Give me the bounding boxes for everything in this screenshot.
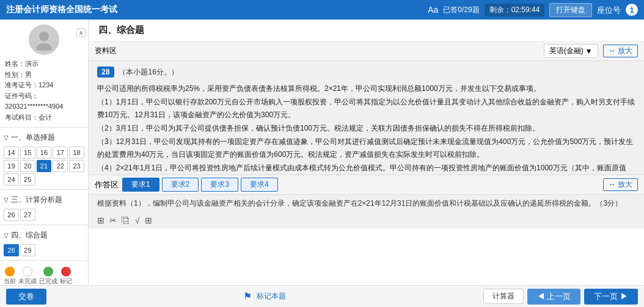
app-title: 注册会计师资格全国统一考试 — [6, 4, 117, 15]
q-btn-15[interactable]: 15 — [20, 146, 35, 159]
q-btn-21[interactable]: 21 — [37, 160, 52, 172]
avatar-area: ∧ — [0, 20, 88, 57]
seat-label: 座位号 1 — [597, 4, 638, 16]
q-btn-29[interactable]: 29 — [20, 244, 35, 256]
toolbar-grid-icon[interactable]: ⊞ — [145, 215, 152, 225]
mark-flag-icon: ⚑ — [243, 291, 252, 302]
toolbar-sqrt-icon[interactable]: √ — [135, 215, 140, 225]
q-btn-18[interactable]: 18 — [69, 146, 84, 159]
sidebar: ∧ 姓名：演示 性别：男 准考证号：1234 证件号码：320321******… — [0, 20, 89, 285]
top-bar: 注册会计师资格全国统一考试 Aa 已答0/29题 剩余：02:59:44 打开键… — [0, 0, 644, 20]
main-layout: ∧ 姓名：演示 性别：男 准考证号：1234 证件号码：320321******… — [0, 20, 644, 285]
calc-btn[interactable]: 计算器 — [483, 289, 524, 304]
mark-btn[interactable]: 标记本题 — [257, 291, 286, 302]
status-marked: 标记 — [60, 267, 72, 285]
chevron-down-icon: ▼ — [585, 47, 593, 56]
material-panel: 资料区 英语(金融) ▼ ↔ 放大 28 （本小题16分。） 甲公司适用的所得税… — [89, 42, 644, 175]
question-number-badge: 28 — [97, 67, 114, 78]
tab-req4[interactable]: 要求4 — [241, 178, 278, 192]
answer-label: 作答区 — [95, 179, 119, 190]
material-text: 甲公司适用的所得税税率为25%，采用资产负债表债务法核算所得税。2×21年，甲公… — [97, 82, 635, 175]
svg-point-0 — [39, 32, 49, 42]
q-btn-23[interactable]: 23 — [69, 160, 84, 172]
section-title: 四、综合题 — [89, 20, 644, 42]
answer-expand-btn[interactable]: ↔ 放大 — [603, 178, 638, 191]
single-choice-grid: 14 15 16 17 18 19 20 21 22 23 24 25 — [0, 145, 88, 187]
svg-point-1 — [36, 43, 51, 51]
bottom-right: 计算器 ◀ 上一页 下一页 ▶ — [483, 289, 638, 305]
tab-req2[interactable]: 要求2 — [162, 178, 199, 192]
tab-req1[interactable]: 要求1 — [122, 178, 159, 192]
section-arrow-comp: ▽ — [4, 232, 9, 239]
keyboard-btn[interactable]: 打开键盘 — [549, 3, 592, 17]
font-size-icon[interactable]: Aa — [428, 5, 438, 15]
answer-toolbar: ⊞ ✂ ⿻ √ ⊞ — [89, 213, 644, 228]
material-label: 资料区 — [95, 46, 117, 56]
q-btn-20[interactable]: 20 — [20, 160, 35, 172]
language-selector[interactable]: 英语(金融) ▼ — [544, 44, 598, 58]
answer-header: 作答区 要求1 要求2 要求3 要求4 ↔ 放大 — [89, 175, 644, 195]
q-btn-26[interactable]: 26 — [4, 209, 19, 221]
content-area: 四、综合题 资料区 英语(金融) ▼ ↔ 放大 28 （本小题16分。） 甲公司 — [89, 20, 644, 285]
progress-text: 已答0/29题 — [443, 5, 479, 15]
bottom-left: 交卷 — [6, 289, 46, 305]
q-btn-16[interactable]: 16 — [37, 146, 52, 159]
material-area: 28 （本小题16分。） 甲公司适用的所得税税率为25%，采用资产负债表债务法核… — [89, 61, 644, 175]
material-header: 资料区 英语(金融) ▼ ↔ 放大 — [89, 42, 644, 61]
next-btn[interactable]: 下一页 ▶ — [584, 289, 638, 305]
answer-req-text: 根据资料（1），编制甲公司与该金融资产相关的会计分录，确定该项金融资产在2×21… — [89, 195, 644, 213]
status-incomplete: 未完成 — [18, 267, 37, 285]
toolbar-table-icon[interactable]: ⊞ — [97, 215, 104, 225]
q-btn-25[interactable]: 25 — [20, 173, 35, 186]
material-expand-btn[interactable]: ↔ 放大 — [603, 45, 638, 57]
avatar — [29, 24, 59, 55]
timer-display: 剩余：02:59:44 — [485, 4, 545, 16]
section-arrow: ▽ — [4, 134, 9, 141]
answer-panel: 作答区 要求1 要求2 要求3 要求4 ↔ 放大 根据资料（1），编制甲公司与该… — [89, 175, 644, 285]
status-current: 当前 — [4, 267, 16, 285]
arrow-right-icon: ▶ — [618, 292, 628, 301]
calc-grid: 26 27 — [0, 208, 88, 222]
q-btn-14[interactable]: 14 — [4, 146, 19, 159]
q-btn-28[interactable]: 28 — [4, 244, 19, 256]
q-btn-27[interactable]: 27 — [20, 209, 35, 221]
section-arrow-calc: ▽ — [4, 197, 9, 203]
q-btn-17[interactable]: 17 — [53, 146, 68, 159]
sidebar-collapse-btn[interactable]: ∧ — [76, 28, 86, 37]
submit-btn[interactable]: 交卷 — [6, 289, 46, 305]
bottom-bar: 交卷 ⚑ 标记本题 计算器 ◀ 上一页 下一页 ▶ — [0, 285, 644, 307]
arrow-left-icon: ◀ — [537, 292, 547, 301]
q-btn-24[interactable]: 24 — [4, 173, 19, 186]
status-done: 已完成 — [39, 267, 57, 285]
avatar-icon — [33, 29, 55, 51]
sidebar-section-single[interactable]: ▽ 一、单选择题 — [0, 130, 88, 145]
bottom-center: ⚑ 标记本题 — [243, 291, 286, 302]
top-bar-right: Aa 已答0/29题 剩余：02:59:44 打开键盘 座位号 1 — [428, 3, 638, 17]
comp-grid: 28 29 — [0, 243, 88, 258]
toolbar-cut-icon[interactable]: ✂ — [109, 215, 117, 225]
answer-tabs: 要求1 要求2 要求3 要求4 — [122, 178, 278, 192]
q-btn-22[interactable]: 22 — [53, 160, 68, 172]
toolbar-copy-icon[interactable]: ⿻ — [122, 215, 130, 225]
q-btn-19[interactable]: 19 — [4, 160, 19, 172]
user-info: 姓名：演示 性别：男 准考证号：1234 证件号码：320321********… — [0, 57, 88, 125]
answer-editor[interactable] — [89, 228, 644, 285]
sidebar-section-comprehensive[interactable]: ▽ 四、综合题 — [0, 228, 88, 243]
question-score: （本小题16分。） — [119, 68, 178, 76]
sidebar-section-calc[interactable]: ▽ 三、计算分析题 — [0, 192, 88, 208]
tab-req3[interactable]: 要求3 — [201, 178, 238, 192]
prev-btn[interactable]: ◀ 上一页 — [527, 289, 581, 305]
